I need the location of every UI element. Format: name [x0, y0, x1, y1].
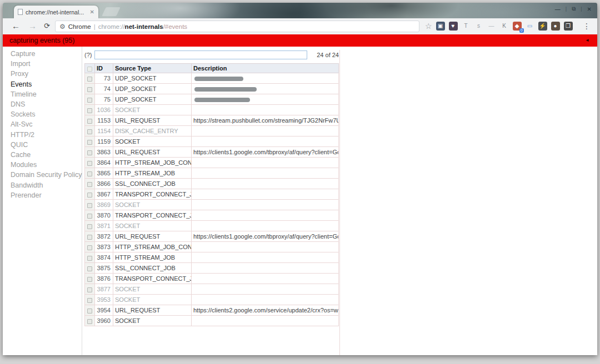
row-checkbox[interactable]: [87, 203, 92, 208]
table-row[interactable]: 3875 SSL_CONNECT_JOB: [85, 263, 339, 274]
extension-5-icon[interactable]: —: [487, 22, 496, 31]
sidebar-item-modules[interactable]: Modules: [3, 160, 82, 170]
table-row[interactable]: 3874 HTTP_STREAM_JOB: [85, 252, 339, 263]
sidebar-item-events[interactable]: Events: [3, 79, 82, 89]
row-checkbox[interactable]: [87, 319, 92, 324]
table-row[interactable]: 3877 SOCKET: [85, 284, 339, 295]
table-row[interactable]: 3870 TRANSPORT_CONNECT_JOB: [85, 210, 339, 221]
table-row[interactable]: 3867 TRANSPORT_CONNECT_JOB: [85, 189, 339, 200]
sidebar-item-dns[interactable]: DNS: [3, 99, 82, 109]
extension-9-icon[interactable]: ⚡: [538, 22, 547, 31]
menu-button[interactable]: ⋮: [583, 22, 591, 31]
table-row[interactable]: 3873 HTTP_STREAM_JOB_CONTROLLER: [85, 242, 339, 252]
row-checkbox[interactable]: [87, 98, 92, 103]
table-row[interactable]: 73 UDP_SOCKET: [85, 73, 339, 84]
extension-7-icon[interactable]: ◆0: [513, 22, 522, 31]
table-row[interactable]: 3869 SOCKET: [85, 200, 339, 210]
row-checkbox[interactable]: [87, 309, 92, 314]
row-id: 3871: [95, 221, 113, 231]
extension-1-icon[interactable]: ▣: [436, 22, 445, 31]
site-settings-icon[interactable]: ⚙: [59, 23, 66, 31]
table-row[interactable]: 3954 URL_REQUEST https://clients2.google…: [85, 305, 339, 316]
row-description: [192, 189, 339, 200]
table-row[interactable]: 1154 DISK_CACHE_ENTRY: [85, 126, 339, 136]
filter-input[interactable]: [94, 50, 307, 59]
table-row[interactable]: 3953 SOCKET: [85, 295, 339, 305]
row-checkbox[interactable]: [87, 277, 92, 282]
sidebar-item-quic[interactable]: QUIC: [3, 140, 82, 150]
sidebar-item-label: Cache: [11, 151, 31, 159]
row-source-type: SSL_CONNECT_JOB: [113, 263, 192, 274]
sidebar-item-domain-security-policy[interactable]: Domain Security Policy: [3, 170, 82, 180]
row-checkbox[interactable]: [87, 161, 92, 166]
table-row[interactable]: 3960 SOCKET: [85, 316, 339, 326]
row-checkbox[interactable]: [87, 182, 92, 187]
omnibox[interactable]: ⚙ Chrome | chrome://net-internals/#event…: [55, 21, 419, 32]
table-row[interactable]: 75 UDP_SOCKET: [85, 94, 339, 105]
restore-button[interactable]: ⧉: [572, 6, 576, 12]
browser-tab[interactable]: chrome://net-internal... ✕: [14, 6, 98, 18]
table-row[interactable]: 3863 URL_REQUEST https://clients1.google…: [85, 147, 339, 158]
extension-11-icon[interactable]: ❐: [564, 22, 573, 31]
row-source-type: SOCKET: [113, 105, 192, 115]
row-checkbox[interactable]: [87, 298, 92, 303]
table-row[interactable]: 3864 HTTP_STREAM_JOB_CONTROLLER: [85, 158, 339, 168]
row-checkbox[interactable]: [87, 266, 92, 271]
sidebar-item-proxy[interactable]: Proxy: [3, 69, 82, 79]
row-checkbox[interactable]: [87, 235, 92, 240]
sidebar-item-import[interactable]: Import: [3, 59, 82, 69]
table-row[interactable]: 3872 URL_REQUEST https://clients1.google…: [85, 231, 339, 242]
row-checkbox[interactable]: [87, 77, 92, 82]
sidebar-item-prerender[interactable]: Prerender: [3, 190, 82, 200]
extension-8-icon[interactable]: ▭: [526, 22, 534, 31]
close-button[interactable]: ✕: [587, 6, 592, 12]
sidebar-item-timeline[interactable]: Timeline: [3, 89, 82, 99]
sidebar-item-cache[interactable]: Cache: [3, 150, 82, 160]
sidebar-item-capture[interactable]: Capture: [3, 49, 82, 59]
row-checkbox[interactable]: [87, 150, 92, 155]
filter-help-link[interactable]: (?): [84, 52, 92, 58]
row-checkbox[interactable]: [87, 129, 92, 134]
row-checkbox[interactable]: [87, 193, 92, 198]
row-id: 73: [95, 73, 113, 84]
sidebar-item-alt-svc[interactable]: Alt-Svc: [3, 119, 82, 129]
bookmark-star-icon[interactable]: ☆: [425, 22, 432, 31]
row-checkbox[interactable]: [87, 119, 92, 124]
select-all-checkbox[interactable]: [87, 67, 92, 72]
row-checkbox[interactable]: [87, 140, 92, 145]
tab-close-icon[interactable]: ✕: [90, 9, 94, 15]
forward-button[interactable]: →: [28, 21, 37, 32]
table-row[interactable]: 3866 SSL_CONNECT_JOB: [85, 179, 339, 189]
table-row[interactable]: 1159 SOCKET: [85, 136, 339, 147]
minimize-button[interactable]: —: [555, 6, 561, 12]
extension-6-icon[interactable]: K: [500, 22, 509, 31]
row-checkbox[interactable]: [87, 171, 92, 176]
row-checkbox[interactable]: [87, 214, 92, 219]
table-row[interactable]: 3865 HTTP_STREAM_JOB: [85, 168, 339, 179]
sidebar-item-sockets[interactable]: Sockets: [3, 109, 82, 119]
banner-collapse-icon[interactable]: ◄: [585, 34, 589, 47]
reload-button[interactable]: ⟳: [44, 21, 50, 32]
row-checkbox[interactable]: [87, 224, 92, 229]
divider: |: [581, 6, 582, 12]
capture-banner: capturing events (95) ◄: [3, 34, 597, 47]
extension-3-icon[interactable]: T: [462, 22, 471, 31]
table-row[interactable]: 3871 SOCKET: [85, 221, 339, 231]
table-row[interactable]: 1036 SOCKET: [85, 105, 339, 115]
row-checkbox[interactable]: [87, 287, 92, 292]
table-row[interactable]: 3876 TRANSPORT_CONNECT_JOB: [85, 274, 339, 284]
row-checkbox[interactable]: [87, 108, 92, 113]
new-tab-button[interactable]: [102, 7, 120, 16]
table-row[interactable]: 74 UDP_SOCKET: [85, 84, 339, 94]
row-id: 3866: [95, 179, 113, 189]
row-checkbox[interactable]: [87, 256, 92, 261]
extension-10-icon[interactable]: ●: [551, 22, 560, 31]
row-checkbox[interactable]: [87, 245, 92, 250]
extension-4-icon[interactable]: s: [474, 22, 483, 31]
extension-2-icon[interactable]: ♥: [449, 22, 458, 31]
table-row[interactable]: 1153 URL_REQUEST https://stream.pushbull…: [85, 115, 339, 126]
sidebar-item-bandwidth[interactable]: Bandwidth: [3, 180, 82, 190]
row-checkbox[interactable]: [87, 87, 92, 92]
back-button[interactable]: ←: [12, 21, 20, 32]
sidebar-item-http2[interactable]: HTTP/2: [3, 130, 82, 140]
